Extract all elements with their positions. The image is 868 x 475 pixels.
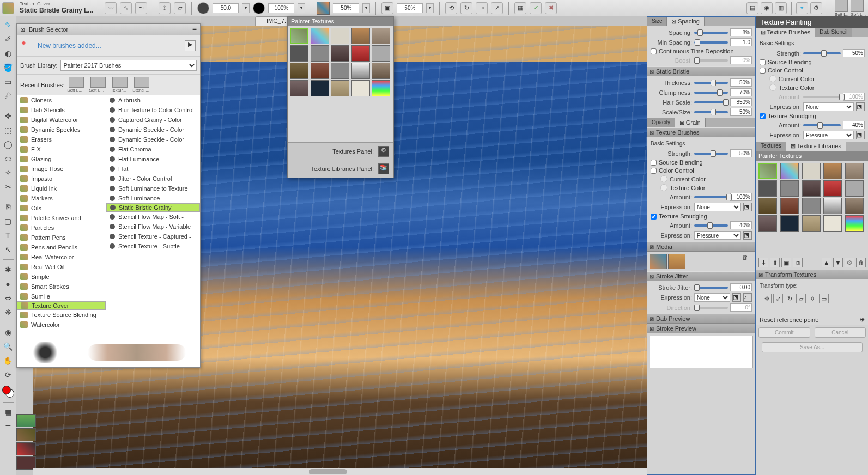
- reset-icon[interactable]: ↻: [460, 2, 472, 14]
- texture-swatch[interactable]: [758, 198, 777, 214]
- texture-swatch[interactable]: [845, 215, 864, 232]
- reset-ref-button[interactable]: ⊕: [860, 316, 865, 323]
- color-control-checkbox[interactable]: [760, 68, 766, 74]
- variant-item[interactable]: Static Bristle Grainy: [106, 203, 200, 212]
- variant-item[interactable]: Captured Grainy - Color: [106, 115, 200, 125]
- invert-icon[interactable]: ⬔: [743, 231, 752, 240]
- category-item[interactable]: Image Hose: [17, 164, 106, 174]
- size-value[interactable]: 50.0: [213, 3, 239, 13]
- variant-item[interactable]: Soft Luminance to Texture: [106, 184, 200, 193]
- sm-amount-slider[interactable]: [803, 124, 841, 126]
- rotate-transform-icon[interactable]: ↻: [785, 294, 794, 303]
- media-swatch[interactable]: [650, 254, 667, 269]
- variant-item[interactable]: Jitter - Color Control: [106, 174, 200, 184]
- mirror-tool-icon[interactable]: ⇔: [3, 293, 14, 303]
- close-icon[interactable]: ⊠: [650, 273, 654, 279]
- category-item[interactable]: Cloners: [17, 95, 106, 105]
- texture-swatch[interactable]: [351, 45, 370, 62]
- category-item[interactable]: Pattern Pens: [17, 233, 106, 242]
- magic-icon[interactable]: ✦: [796, 2, 808, 14]
- texture-swatch[interactable]: [823, 198, 842, 214]
- invert-icon[interactable]: ⬔: [856, 102, 865, 111]
- variant-item[interactable]: Stencil Flow Map - Soft -: [106, 212, 200, 222]
- perspective-icon[interactable]: ▱: [174, 2, 186, 14]
- lasso-tool-icon[interactable]: ⬭: [3, 153, 14, 164]
- brush-tool-icon[interactable]: ✎: [3, 20, 14, 31]
- trash-icon[interactable]: 🗑: [856, 258, 866, 267]
- spacing-slider[interactable]: [694, 32, 728, 34]
- resat-dropdown[interactable]: ▾: [426, 3, 434, 13]
- media-thumb[interactable]: [16, 442, 36, 455]
- texture-swatch[interactable]: [372, 63, 390, 79]
- variant-item[interactable]: Airbrush: [106, 95, 200, 105]
- hand-tool-icon[interactable]: ✋: [3, 355, 14, 366]
- texture-swatch[interactable]: [823, 180, 842, 197]
- hairscale-slider[interactable]: [694, 101, 728, 103]
- scale-transform-icon[interactable]: ⤢: [773, 294, 783, 303]
- opacity-dropdown[interactable]: ▾: [298, 3, 305, 13]
- brush-thumb-icon[interactable]: [2, 2, 14, 14]
- minspacing-slider[interactable]: [694, 41, 728, 44]
- texture-swatch[interactable]: [802, 198, 821, 214]
- texture-libraries-tab[interactable]: ⊠ Texture Libraries: [786, 142, 846, 151]
- kaleid-tool-icon[interactable]: ❋: [3, 307, 14, 318]
- category-list[interactable]: ClonersDab StencilsDigital WatercolorDyn…: [17, 95, 106, 337]
- texture-swatch[interactable]: [372, 45, 390, 62]
- recent-brush-thumb[interactable]: Stencil...: [132, 77, 151, 93]
- ctd-checkbox[interactable]: [651, 48, 657, 54]
- library-select[interactable]: Painter 2017 Brushes: [60, 60, 197, 71]
- texture-swatch[interactable]: [845, 163, 864, 179]
- size-tab[interactable]: Size: [647, 17, 667, 26]
- category-item[interactable]: Liquid Ink: [17, 184, 106, 193]
- source-blending-checkbox[interactable]: [760, 59, 766, 65]
- texture-swatch[interactable]: [331, 28, 349, 44]
- move-down-icon[interactable]: ▼: [833, 258, 843, 267]
- texture-swatch[interactable]: [780, 163, 799, 179]
- strength-slider[interactable]: [803, 52, 841, 54]
- media-thumb[interactable]: [16, 428, 36, 441]
- texture-swatch[interactable]: [802, 215, 821, 232]
- texture-swatch[interactable]: [802, 180, 821, 197]
- close-icon[interactable]: ⊠: [758, 272, 763, 278]
- distort-transform-icon[interactable]: ◊: [808, 294, 817, 303]
- gear-icon[interactable]: ⚙: [845, 258, 854, 267]
- recent-brush-thumb[interactable]: Soft L...: [88, 77, 108, 93]
- cancel-icon[interactable]: ✖: [545, 2, 557, 14]
- panel3-icon[interactable]: ▥: [775, 2, 787, 14]
- category-item[interactable]: Texture Cover: [17, 301, 106, 310]
- resat-value[interactable]: 50%: [397, 3, 423, 13]
- wand-tool-icon[interactable]: ✧: [3, 167, 14, 178]
- texture-swatch[interactable]: [311, 63, 329, 79]
- pen-tool-icon[interactable]: ✐: [3, 34, 14, 45]
- texture-swatch[interactable]: [311, 28, 329, 44]
- export-icon[interactable]: ↗: [491, 2, 503, 14]
- panel2-icon[interactable]: ◉: [761, 2, 773, 14]
- variant-item[interactable]: Dynamic Speckle - Color: [106, 125, 200, 135]
- opacity-tab[interactable]: Opacity: [647, 118, 675, 127]
- variant-item[interactable]: Dynamic Speckle - Color: [106, 135, 200, 144]
- dropper-tool-icon[interactable]: ◐: [3, 48, 14, 59]
- move-transform-icon[interactable]: ✥: [762, 294, 772, 303]
- category-item[interactable]: Texture Source Blending: [17, 310, 106, 320]
- color-control-checkbox[interactable]: [651, 168, 657, 174]
- textures-panel-button[interactable]: ⚙: [378, 146, 389, 157]
- grain-dropdown[interactable]: ▾: [362, 3, 370, 13]
- clumpiness-slider[interactable]: [694, 92, 728, 94]
- category-item[interactable]: Palette Knives and: [17, 213, 106, 223]
- texture-swatch[interactable]: [351, 28, 370, 44]
- transform-tool-icon[interactable]: ⬚: [3, 125, 14, 136]
- close-icon[interactable]: ⊠: [20, 26, 27, 33]
- text-tool-icon[interactable]: T: [3, 230, 14, 241]
- dab-stencil-tab[interactable]: Dab Stencil: [815, 28, 852, 37]
- category-item[interactable]: Real Wet Oil: [17, 262, 106, 272]
- texture-swatch[interactable]: [290, 45, 308, 62]
- recent-brush-thumb[interactable]: Soft L...: [66, 77, 86, 93]
- texture-swatch[interactable]: [802, 163, 821, 179]
- move-tool-icon[interactable]: ✥: [3, 111, 14, 121]
- size-preview-icon[interactable]: [197, 2, 209, 14]
- variant-list[interactable]: AirbrushBlur Texture to Color ControlCap…: [106, 95, 200, 337]
- variant-item[interactable]: Stencil Texture - Captured -: [106, 232, 200, 241]
- smudge-tool-icon[interactable]: ☄: [3, 90, 14, 101]
- commit-icon[interactable]: ✔: [530, 2, 542, 14]
- skew-transform-icon[interactable]: ▱: [796, 294, 806, 303]
